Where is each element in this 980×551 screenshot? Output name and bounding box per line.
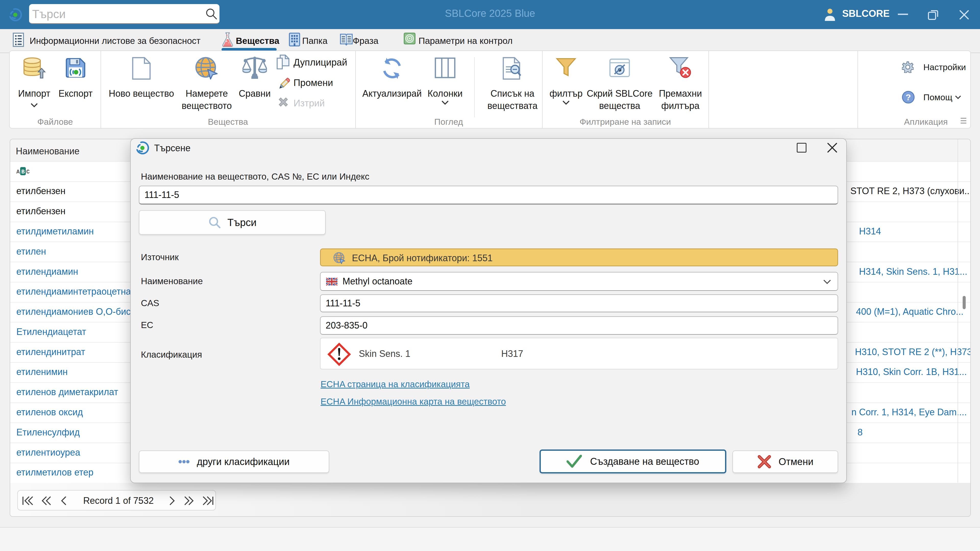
svg-text:B: B: [21, 169, 24, 175]
svg-text:A: A: [16, 169, 20, 175]
svg-text:C: C: [26, 169, 30, 175]
svg-text:?: ?: [906, 92, 911, 102]
